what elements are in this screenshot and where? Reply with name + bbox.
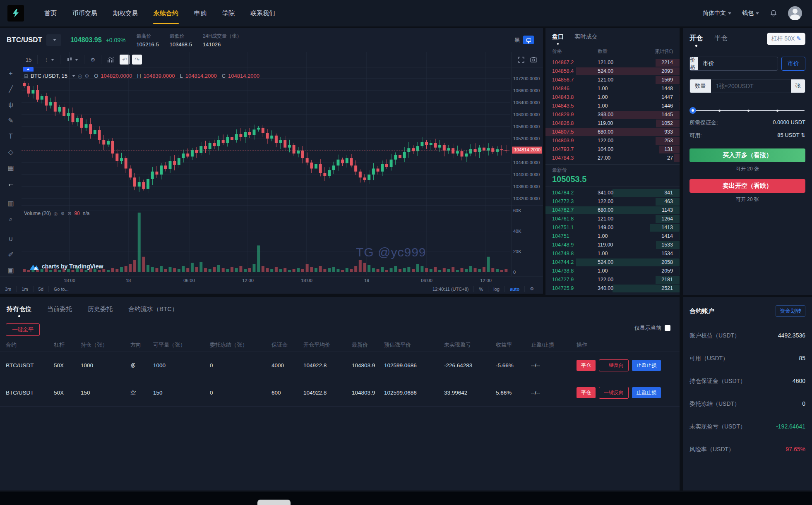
- range-3m[interactable]: 3m: [0, 287, 16, 292]
- transfer-button[interactable]: 资金划转: [776, 305, 805, 317]
- tab-orderbook[interactable]: 盘口: [552, 33, 564, 45]
- edit-pencil-icon: ✎: [796, 35, 801, 42]
- gear-icon[interactable]: ⚙: [525, 286, 539, 292]
- positions-header: 合约杠杆持仓（张）方向可平量（张）委托冻结（张）保证金开仓平均价最新价预估强平价…: [0, 338, 680, 352]
- positions-tab-2[interactable]: 历史委托: [88, 305, 113, 319]
- chart-plot[interactable]: 104814.2000107200.0000106800.0000106400.…: [0, 52, 543, 294]
- close-all-button[interactable]: 一键全平: [6, 323, 40, 336]
- cell: 104803.9: [352, 362, 384, 369]
- nav-item-3[interactable]: 永续合约: [146, 0, 186, 26]
- orderbook-bid-row[interactable]: 104784.2341.00341: [545, 189, 680, 197]
- legend-collapse-tab[interactable]: [23, 67, 34, 72]
- brand-logo[interactable]: [7, 5, 24, 22]
- trade-panel: 开仓 平仓 杠杆 50X✎ 价格 市价 数量 张 所需保证金:: [683, 28, 812, 295]
- leverage-button[interactable]: 杠杆 50X✎: [767, 33, 805, 45]
- display-toggle-icon[interactable]: [523, 36, 534, 44]
- orderbook-ask-row[interactable]: 1048461.001448: [545, 84, 680, 93]
- volume-legend: Volume (20) ◎ ⚙ ⊠ 90 n/a: [24, 211, 89, 216]
- orderbook-bids: 104784.2341.00341104772.3122.00463104762…: [545, 189, 680, 293]
- auto-scale-button[interactable]: auto: [505, 287, 524, 292]
- orderbook-bid-row[interactable]: 104748.9119.001533: [545, 241, 680, 249]
- positions-tab-0[interactable]: 持有仓位: [7, 305, 31, 319]
- orderbook-bid-row[interactable]: 104744.2524.002058: [545, 258, 680, 267]
- gear-icon[interactable]: ⚙: [60, 211, 65, 216]
- close-position-button[interactable]: 平仓: [577, 360, 596, 371]
- required-margin-row: 所需保证金: 0.0000 USDT: [689, 119, 805, 127]
- close-icon[interactable]: ⊠: [67, 211, 71, 216]
- nav-item-6[interactable]: 联系我们: [243, 0, 283, 26]
- orderbook-bid-row[interactable]: 104738.81.002059: [545, 267, 680, 275]
- slider-handle[interactable]: [689, 107, 696, 114]
- orderbook-ask-row[interactable]: 104826.8119.001052: [545, 119, 680, 128]
- positions-tab-3[interactable]: 合约流水（BTC）: [128, 305, 178, 319]
- orderbook-ask-row[interactable]: 104858.4524.002093: [545, 67, 680, 76]
- orderbook-bid-row[interactable]: 104725.9340.002521: [545, 284, 680, 293]
- goto-date[interactable]: Go to...: [49, 287, 74, 292]
- gear-icon[interactable]: ⚙: [84, 73, 89, 79]
- orderbook-ask-row[interactable]: 104856.7121.001569: [545, 76, 680, 84]
- theme-label[interactable]: 黑: [514, 36, 520, 44]
- nav-item-0[interactable]: 首页: [36, 0, 65, 26]
- tab-trades[interactable]: 实时成交: [574, 33, 598, 45]
- orderbook-ask-row[interactable]: 104843.81.001447: [545, 93, 680, 102]
- reverse-position-button[interactable]: 一键反向: [599, 387, 629, 399]
- buy-long-button[interactable]: 买入开多（看涨）: [689, 148, 805, 162]
- legend-title[interactable]: BTC /USDT, 15: [31, 73, 67, 79]
- orderbook-ask-row[interactable]: 104803.9122.00253: [545, 136, 680, 145]
- language-selector[interactable]: 简体中文: [703, 10, 731, 17]
- orderbook-ask-row[interactable]: 104867.2121.002214: [545, 58, 680, 67]
- positions-tab-1[interactable]: 当前委托: [47, 305, 72, 319]
- orderbook-ask-row[interactable]: 104807.5680.00933: [545, 128, 680, 136]
- orderbook-bid-row[interactable]: 104727.9122.002181: [545, 275, 680, 284]
- nav-item-4[interactable]: 申购: [186, 0, 214, 26]
- qty-input[interactable]: [711, 79, 791, 93]
- symbol-dropdown[interactable]: [46, 34, 61, 46]
- reverse-position-button[interactable]: 一键反向: [599, 359, 629, 371]
- tpsl-button[interactable]: 止盈止损: [632, 387, 661, 398]
- orderbook-ask-row[interactable]: 104829.9393.001445: [545, 110, 680, 119]
- chart-header: BTC/USDT 104803.9$ +0.09% 最高价 105216.5 最…: [0, 28, 543, 52]
- market-price-button[interactable]: 市价: [781, 57, 805, 71]
- orderbook-ask-row[interactable]: 104784.327.0027: [545, 154, 680, 163]
- orderbook-bid-row[interactable]: 104762.7680.001143: [545, 206, 680, 215]
- sell-short-button[interactable]: 卖出开空（看跌）: [689, 179, 805, 193]
- checkbox-icon[interactable]: [665, 325, 670, 331]
- close-position-button[interactable]: 平仓: [577, 387, 596, 398]
- orderbook-bid-row[interactable]: 104748.81.001534: [545, 249, 680, 258]
- cell: 空: [130, 389, 153, 397]
- eye-icon[interactable]: ◎: [54, 211, 58, 216]
- nav-item-2[interactable]: 期权交易: [105, 0, 146, 26]
- svg-text:60K: 60K: [513, 208, 521, 213]
- percent-scale-button[interactable]: %: [474, 287, 488, 292]
- tab-open-position[interactable]: 开仓: [689, 34, 703, 48]
- price-input[interactable]: [698, 57, 778, 70]
- range-5d[interactable]: 5d: [34, 287, 48, 292]
- tab-close-position[interactable]: 平仓: [714, 34, 728, 48]
- eye-icon[interactable]: ◎: [78, 73, 82, 79]
- orderbook-bid-row[interactable]: 104761.8121.001264: [545, 215, 680, 223]
- nav-item-5[interactable]: 学院: [214, 0, 243, 26]
- legend-box-icon[interactable]: ⊟: [24, 73, 28, 79]
- range-1m[interactable]: 1m: [17, 287, 33, 292]
- orderbook-bid-row[interactable]: 104772.3122.00463: [545, 197, 680, 206]
- account-rows: 账户权益（USDT）4492.3536可用（USDT）85持仓保证金（USDT）…: [689, 332, 805, 453]
- orderbook-ask-row[interactable]: 104793.7104.00131: [545, 145, 680, 154]
- orderbook-bid-row[interactable]: 104751.1149.001413: [545, 223, 680, 232]
- notification-bell-icon[interactable]: [770, 10, 777, 17]
- column-header: 持仓（张）: [81, 341, 130, 349]
- wallet-menu[interactable]: 钱包: [742, 10, 759, 17]
- cell: 1000: [153, 362, 210, 369]
- tradingview-attribution[interactable]: charts by TradingView: [30, 263, 103, 270]
- svg-text:106800.0000: 106800.0000: [513, 88, 540, 93]
- user-avatar[interactable]: [788, 6, 802, 20]
- top-nav: 首页币币交易期权交易永续合约申购学院联系我们 简体中文 钱包: [0, 0, 812, 26]
- stat-high: 最高价 105216.5: [136, 33, 159, 48]
- nav-item-1[interactable]: 币币交易: [65, 0, 105, 26]
- only-current-toggle[interactable]: 仅显示当前: [634, 324, 670, 332]
- tpsl-button[interactable]: 止盈止损: [632, 360, 661, 371]
- log-scale-button[interactable]: log: [488, 287, 504, 292]
- orderbook-ask-row[interactable]: 104843.51.001446: [545, 102, 680, 110]
- amount-slider[interactable]: [689, 107, 805, 114]
- account-row: 可用（USDT）85: [689, 355, 805, 362]
- orderbook-bid-row[interactable]: 1047511.001414: [545, 232, 680, 241]
